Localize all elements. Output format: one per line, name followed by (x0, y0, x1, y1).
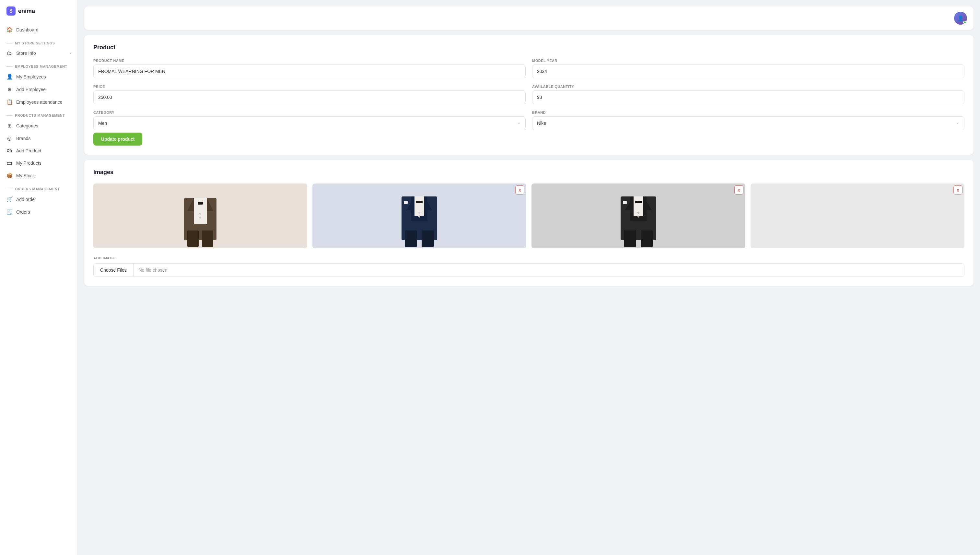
svg-rect-26 (623, 201, 627, 204)
available-quantity-group: AVAILABLE QUANTITY (532, 85, 964, 104)
sidebar-item-label: Employees attendance (16, 99, 62, 105)
sidebar-item-categories[interactable]: ⊞ Categories (0, 119, 77, 132)
sidebar-item-label: Brands (16, 136, 30, 141)
sidebar-item-label: Add Product (16, 148, 41, 153)
cart-icon: 🛒 (6, 196, 12, 202)
sidebar-item-label: Categories (16, 123, 38, 128)
sidebar-item-store-info[interactable]: 🗂 Store Info › (0, 47, 77, 59)
brand-label: BRAND (532, 111, 964, 114)
sidebar-item-label: My Employees (16, 74, 46, 79)
model-year-group: MODEL YEAR (532, 59, 964, 78)
sidebar-item-dashboard[interactable]: 🏠 Dashboard (0, 23, 77, 36)
sidebar-item-employees-attendance[interactable]: 📋 Employees attendance (0, 96, 77, 108)
category-group: CATEGORY Men Women Kids (93, 111, 526, 130)
svg-rect-29 (624, 231, 636, 247)
category-label: CATEGORY (93, 111, 526, 114)
logo-icon: $ (6, 6, 16, 16)
svg-point-27 (637, 212, 639, 213)
suit-image-3 (532, 183, 745, 248)
svg-rect-25 (635, 201, 642, 203)
image-item-2: x (312, 183, 526, 248)
svg-rect-7 (187, 231, 199, 247)
sidebar-item-brands[interactable]: ◎ Brands (0, 132, 77, 144)
brand-select[interactable]: Nike Adidas Puma Gucci (532, 116, 964, 130)
sidebar: $ enima 🏠 Dashboard MY STORE SETTINGS 🗂 … (0, 0, 78, 555)
sidebar-item-my-employees[interactable]: 👤 My Employees (0, 71, 77, 83)
price-label: PRICE (93, 85, 526, 88)
categories-icon: ⊞ (6, 122, 12, 129)
sidebar-item-orders[interactable]: 🧾 Orders (0, 205, 77, 218)
svg-rect-14 (416, 201, 423, 203)
section-label-orders: ORDERS MANAGEMENT (0, 182, 77, 193)
svg-rect-8 (202, 231, 213, 247)
add-product-icon: 🛍 (6, 148, 12, 154)
section-label-products: PRODUCTS MANAGEMENT (0, 108, 77, 119)
svg-point-6 (199, 217, 201, 218)
product-name-input[interactable] (93, 64, 526, 78)
svg-point-16 (418, 212, 420, 213)
update-product-button[interactable]: Update product (93, 133, 142, 146)
add-image-label: ADD IMAGE (93, 256, 964, 260)
image-item-1 (93, 183, 307, 248)
price-input[interactable] (93, 90, 526, 104)
main-content: 👤 Product PRODUCT NAME MODEL YEAR PRICE (78, 0, 980, 555)
sidebar-item-label: Add order (16, 197, 36, 202)
product-name-group: PRODUCT NAME (93, 59, 526, 78)
sidebar-item-my-products[interactable]: 🗃 My Products (0, 157, 77, 169)
home-icon: 🏠 (6, 27, 12, 33)
stock-icon: 📦 (6, 172, 12, 179)
logo: $ enima (0, 6, 77, 23)
topbar: 👤 (84, 6, 974, 30)
sidebar-item-my-stock[interactable]: 📦 My Stock (0, 169, 77, 182)
svg-rect-15 (404, 201, 408, 204)
online-status-dot (963, 21, 966, 24)
suit-image-2 (312, 183, 526, 248)
orders-icon: 🧾 (6, 209, 12, 215)
image-item-3: x (532, 183, 745, 248)
sidebar-item-add-product[interactable]: 🛍 Add Product (0, 144, 77, 157)
model-year-input[interactable] (532, 64, 964, 78)
svg-point-17 (418, 216, 420, 218)
sidebar-item-label: Add Employee (16, 87, 46, 92)
svg-rect-19 (422, 231, 434, 247)
svg-rect-4 (198, 202, 203, 205)
section-label-store-settings: MY STORE SETTINGS (0, 36, 77, 47)
add-image-section: ADD IMAGE Choose Files No file chosen (93, 256, 964, 277)
available-quantity-input[interactable] (532, 90, 964, 104)
product-form-card: Product PRODUCT NAME MODEL YEAR PRICE AV… (84, 35, 974, 155)
user-avatar[interactable]: 👤 (954, 12, 967, 25)
svg-point-28 (637, 216, 639, 218)
svg-rect-30 (641, 231, 653, 247)
section-label-employees: EMPLOYEES MANAGEMENT (0, 59, 77, 71)
image-remove-button-4[interactable]: x (953, 185, 962, 194)
chevron-right-icon: › (70, 51, 71, 55)
no-file-chosen-text: No file chosen (133, 263, 964, 276)
suit-image-1 (93, 183, 307, 248)
choose-files-button[interactable]: Choose Files (94, 263, 133, 276)
suit-image-4 (751, 183, 964, 248)
available-quantity-label: AVAILABLE QUANTITY (532, 85, 964, 88)
sidebar-item-add-employee[interactable]: ⊕ Add Employee (0, 83, 77, 96)
sidebar-item-label: Dashboard (16, 27, 38, 32)
add-person-icon: ⊕ (6, 86, 12, 92)
category-select[interactable]: Men Women Kids (93, 116, 526, 130)
brands-icon: ◎ (6, 135, 12, 141)
my-products-icon: 🗃 (6, 160, 12, 166)
store-icon: 🗂 (6, 50, 12, 56)
person-icon: 👤 (6, 74, 12, 80)
sidebar-item-label: My Stock (16, 173, 35, 178)
app-name: enima (18, 8, 35, 14)
svg-point-5 (199, 213, 201, 215)
images-grid: x (93, 183, 964, 248)
sidebar-item-add-order[interactable]: 🛒 Add order (0, 193, 77, 205)
price-group: PRICE (93, 85, 526, 104)
product-name-label: PRODUCT NAME (93, 59, 526, 63)
image-remove-button-3[interactable]: x (734, 185, 743, 194)
attendance-icon: 📋 (6, 99, 12, 105)
brand-group: BRAND Nike Adidas Puma Gucci (532, 111, 964, 130)
sidebar-item-label: Orders (16, 209, 30, 215)
sidebar-item-label: Store Info (16, 51, 36, 56)
image-remove-button-2[interactable]: x (515, 185, 524, 194)
svg-rect-18 (405, 231, 417, 247)
product-form-title: Product (93, 44, 964, 51)
